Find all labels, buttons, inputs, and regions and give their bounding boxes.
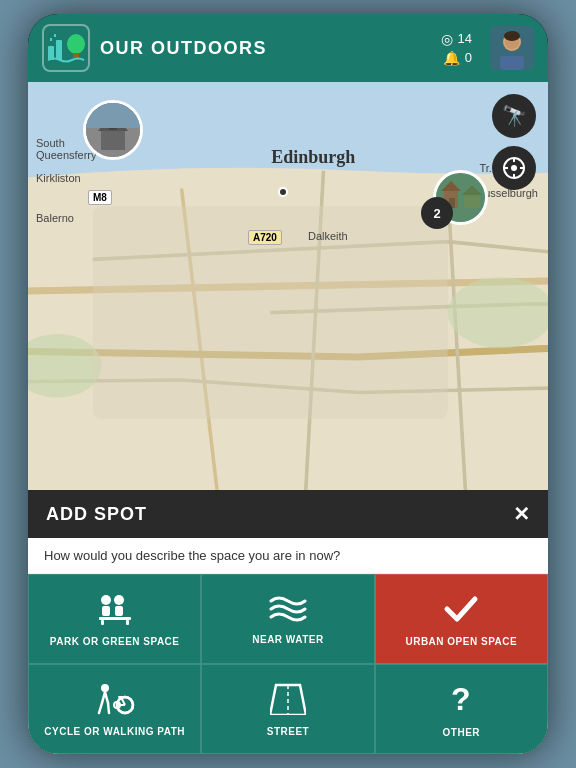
svg-rect-1	[56, 40, 62, 60]
cycle-icon	[95, 683, 135, 720]
svg-rect-38	[126, 620, 129, 625]
svg-point-32	[101, 595, 111, 605]
svg-line-42	[99, 703, 102, 713]
location-stat: ◎ 14	[441, 31, 472, 47]
svg-rect-36	[99, 617, 131, 620]
panel-header: ADD SPOT ✕	[28, 490, 548, 538]
question-icon: ?	[447, 682, 475, 721]
grid-row-1: PARK OR GREEN SPACE NEAR WATER	[28, 574, 548, 664]
road-icon	[270, 683, 306, 720]
svg-rect-16	[101, 128, 125, 150]
panel-question: How would you describe the space you are…	[28, 538, 548, 574]
map-label-kirkliston: Kirkliston	[36, 172, 81, 184]
app-title: OUR OUTDOORS	[100, 38, 431, 59]
map-area: SouthQueensferry Kirkliston Balerno Muss…	[28, 82, 548, 490]
header-stats: ◎ 14 🔔 0	[441, 31, 472, 66]
water-label: NEAR WATER	[252, 634, 323, 646]
map-road-m8: M8	[88, 190, 112, 205]
svg-rect-33	[102, 606, 110, 616]
bell-icon: 🔔	[443, 50, 460, 66]
check-icon	[443, 593, 479, 630]
urban-label: URBAN OPEN SPACE	[405, 636, 517, 648]
grid-cell-water[interactable]: NEAR WATER	[201, 574, 374, 664]
notification-count: 0	[465, 50, 472, 65]
grid-cell-park[interactable]: PARK OR GREEN SPACE	[28, 574, 201, 664]
park-label: PARK OR GREEN SPACE	[50, 636, 180, 648]
other-label: OTHER	[443, 727, 481, 739]
location-icon: ◎	[441, 31, 453, 47]
svg-point-34	[114, 595, 124, 605]
grid-cell-cycle[interactable]: CYCLE OR WALKING PATH	[28, 664, 201, 754]
svg-rect-2	[50, 38, 52, 41]
notification-stat: 🔔 0	[443, 50, 472, 66]
grid-cell-other[interactable]: ? OTHER	[375, 664, 548, 754]
location-button[interactable]	[492, 146, 536, 190]
street-label: STREET	[267, 726, 309, 738]
svg-rect-3	[54, 34, 56, 37]
bottom-panel: ADD SPOT ✕ How would you describe the sp…	[28, 490, 548, 754]
map-road-a720: A720	[248, 230, 282, 245]
svg-rect-35	[115, 606, 123, 616]
device-frame: OUR OUTDOORS ◎ 14 🔔 0	[28, 14, 548, 754]
svg-rect-23	[464, 193, 480, 208]
svg-point-27	[511, 165, 517, 171]
map-location-dot	[278, 187, 288, 197]
app-container: OUR OUTDOORS ◎ 14 🔔 0	[28, 14, 548, 754]
app-logo	[42, 24, 90, 72]
svg-line-41	[105, 692, 108, 703]
avatar[interactable]	[490, 26, 534, 70]
map-label-dalkeith: Dalkeith	[308, 230, 348, 242]
map-edinburgh-label: Edinburgh	[271, 147, 355, 168]
map-photo-marker[interactable]	[83, 100, 143, 160]
panel-title: ADD SPOT	[46, 504, 147, 525]
close-button[interactable]: ✕	[513, 502, 530, 526]
svg-rect-8	[500, 56, 524, 70]
svg-text:?: ?	[451, 682, 471, 716]
app-header: OUR OUTDOORS ◎ 14 🔔 0	[28, 14, 548, 82]
map-label-balerno: Balerno	[36, 212, 74, 224]
grid-cell-street[interactable]: STREET	[201, 664, 374, 754]
svg-rect-37	[101, 620, 104, 625]
grid-cell-urban[interactable]: URBAN OPEN SPACE	[375, 574, 548, 664]
park-icon	[97, 593, 133, 630]
grid-row-2: CYCLE OR WALKING PATH STREET	[28, 664, 548, 754]
svg-point-4	[67, 34, 85, 54]
map-badge: 2	[421, 197, 453, 229]
svg-line-43	[108, 703, 109, 713]
svg-point-10	[504, 31, 520, 41]
binoculars-button[interactable]: 🔭	[492, 94, 536, 138]
water-icon	[269, 595, 307, 628]
svg-rect-19	[86, 103, 140, 128]
location-count: 14	[458, 31, 472, 46]
cycle-label: CYCLE OR WALKING PATH	[44, 726, 185, 738]
